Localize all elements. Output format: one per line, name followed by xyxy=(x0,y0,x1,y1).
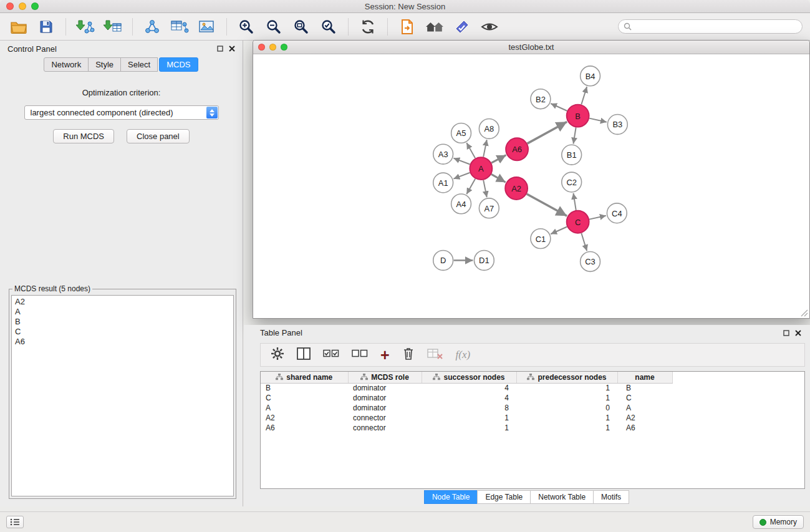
mcds-result-list[interactable]: A2ABCA6 xyxy=(11,295,234,496)
select-all-button[interactable] xyxy=(323,348,339,362)
graph-edge-A-A7[interactable] xyxy=(483,180,487,198)
tab-node-table[interactable]: Node Table xyxy=(424,490,478,504)
table-cell[interactable]: 1 xyxy=(516,423,617,433)
mcds-result-item[interactable]: A2 xyxy=(15,297,230,307)
open-session-button[interactable] xyxy=(7,16,30,38)
table-cell[interactable]: 1 xyxy=(516,413,617,423)
tab-style[interactable]: Style xyxy=(88,57,121,72)
open-report-button[interactable] xyxy=(396,16,418,38)
export-image-button[interactable] xyxy=(196,16,218,38)
graph-edge-A-A2[interactable] xyxy=(491,174,506,182)
table-row[interactable]: Bdominator41B xyxy=(261,383,672,393)
table-cell[interactable]: 1 xyxy=(422,423,516,433)
mcds-result-item[interactable]: A xyxy=(15,307,230,317)
float-table-panel-icon[interactable] xyxy=(783,330,789,336)
validate-style-button[interactable] xyxy=(451,16,473,38)
task-history-button[interactable] xyxy=(6,516,24,528)
maximize-window-button[interactable] xyxy=(31,2,39,10)
column-header-mcds-role[interactable]: MCDS role xyxy=(348,372,422,383)
mcds-result-item[interactable]: C xyxy=(15,327,230,337)
tab-network[interactable]: Network xyxy=(44,57,89,72)
close-panel-button[interactable]: Close panel xyxy=(127,129,190,143)
network-canvas[interactable]: B4B2BB3B1A5A8A6A3AA1A2A4A7C2C4CC1C3DD1 xyxy=(254,55,809,317)
graph-edge-A6-B[interactable] xyxy=(528,122,567,143)
zoom-selected-button[interactable] xyxy=(317,16,340,38)
graph-edge-A-A6[interactable] xyxy=(491,155,506,163)
tab-motifs[interactable]: Motifs xyxy=(593,490,629,504)
graph-edge-C-C3[interactable] xyxy=(581,233,587,251)
import-network-button[interactable] xyxy=(74,16,97,38)
graph-edge-C-C1[interactable] xyxy=(551,226,567,234)
deselect-all-button[interactable] xyxy=(352,348,368,362)
table-cell[interactable]: A6 xyxy=(617,423,672,433)
graph-edge-A-A4[interactable] xyxy=(466,179,475,195)
minimize-window-button[interactable] xyxy=(19,2,26,10)
dropdown-stepper-icon[interactable] xyxy=(206,107,218,118)
column-header-shared-name[interactable]: shared name xyxy=(261,372,348,383)
zoom-out-button[interactable] xyxy=(263,16,285,38)
resize-grip[interactable] xyxy=(800,309,808,317)
table-settings-button[interactable] xyxy=(271,347,284,363)
graph-edge-A-A8[interactable] xyxy=(483,140,487,157)
graph-edge-B-B3[interactable] xyxy=(589,118,607,122)
search-box[interactable] xyxy=(618,19,803,34)
table-cell[interactable]: 8 xyxy=(422,403,516,413)
add-row-button[interactable]: + xyxy=(380,349,390,361)
tab-select[interactable]: Select xyxy=(120,57,158,72)
optimization-criterion-dropdown[interactable]: largest connected component (directed) xyxy=(24,105,219,120)
table-cell[interactable]: A6 xyxy=(261,423,348,433)
close-window-button[interactable] xyxy=(6,2,14,10)
search-input[interactable] xyxy=(635,22,797,31)
network-window-titlebar[interactable]: testGlobe.txt xyxy=(253,41,809,54)
table-row[interactable]: Cdominator41C xyxy=(261,393,672,403)
table-cell[interactable]: C xyxy=(261,393,348,403)
table-cell[interactable]: B xyxy=(261,383,348,393)
table-cell[interactable]: A xyxy=(617,403,672,413)
table-row[interactable]: A2connector11A2 xyxy=(261,413,672,423)
table-cell[interactable]: A2 xyxy=(261,413,348,423)
table-cell[interactable]: B xyxy=(617,383,672,393)
column-header-predecessor-nodes[interactable]: predecessor nodes xyxy=(516,372,617,383)
table-cell[interactable]: 1 xyxy=(516,393,617,403)
mcds-result-item[interactable]: B xyxy=(15,317,230,327)
function-builder-button[interactable]: f(x) xyxy=(456,349,471,361)
maximize-network-window-button[interactable] xyxy=(281,44,287,51)
table-cell[interactable]: dominator xyxy=(348,393,422,403)
table-cell[interactable]: connector xyxy=(348,413,422,423)
close-network-window-button[interactable] xyxy=(258,44,265,51)
mcds-result-item[interactable]: A6 xyxy=(15,337,230,347)
table-cell[interactable]: A2 xyxy=(617,413,672,423)
memory-button[interactable]: Memory xyxy=(753,515,804,529)
table-cell[interactable]: C xyxy=(617,393,672,403)
tab-edge-table[interactable]: Edge Table xyxy=(477,490,531,504)
zoom-in-button[interactable] xyxy=(235,16,258,38)
graph-edge-A2-C[interactable] xyxy=(527,194,567,216)
graph-edge-B-B2[interactable] xyxy=(551,104,567,111)
table-cell[interactable]: dominator xyxy=(348,403,422,413)
delete-row-button[interactable] xyxy=(402,347,415,363)
graph-edge-A-A1[interactable] xyxy=(453,173,470,179)
table-cell[interactable]: A xyxy=(261,403,348,413)
table-row[interactable]: Adominator80A xyxy=(261,403,672,413)
run-mcds-button[interactable]: Run MCDS xyxy=(53,129,114,143)
home-view-button[interactable] xyxy=(423,16,446,38)
column-layout-button[interactable] xyxy=(297,347,311,362)
import-table-button[interactable] xyxy=(102,16,124,38)
save-session-button[interactable] xyxy=(35,16,57,38)
table-cell[interactable]: 1 xyxy=(516,383,617,393)
column-header-successor-nodes[interactable]: successor nodes xyxy=(422,372,516,383)
tab-mcds[interactable]: MCDS xyxy=(159,57,198,72)
show-hide-graphics-button[interactable] xyxy=(478,16,501,38)
table-cell[interactable]: 1 xyxy=(422,413,516,423)
graph-edge-B-B1[interactable] xyxy=(573,127,576,143)
table-cell[interactable]: 4 xyxy=(422,383,516,393)
tab-network-table[interactable]: Network Table xyxy=(530,490,594,504)
delete-table-button[interactable] xyxy=(427,347,443,362)
table-cell[interactable]: dominator xyxy=(348,383,422,393)
close-panel-icon[interactable] xyxy=(229,46,235,52)
table-cell[interactable]: 4 xyxy=(422,393,516,403)
minimize-network-window-button[interactable] xyxy=(269,44,276,51)
graph-edge-A-A5[interactable] xyxy=(466,143,475,158)
column-header-name[interactable]: name xyxy=(617,372,672,383)
graph-edge-A-A3[interactable] xyxy=(453,158,470,165)
